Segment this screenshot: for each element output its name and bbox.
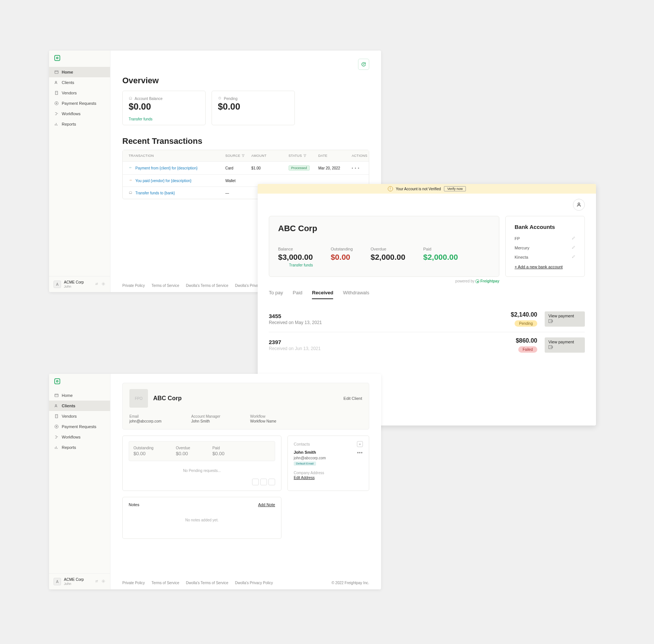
sidebar-item-workflows[interactable]: Workflows [49,432,110,442]
home-icon [54,393,59,398]
sidebar-item-home[interactable]: Home [49,67,110,77]
footer-terms[interactable]: Terms of Service [152,284,179,288]
balance-label: Account Balance [135,97,162,101]
edit-bank-icon[interactable] [571,255,576,259]
edit-client-link[interactable]: Edit Client [344,396,362,401]
tab-received[interactable]: Received [312,290,333,299]
footer-dwolla-privacy[interactable]: Dwolla's Privacy Policy [235,581,273,585]
users-icon [54,404,59,408]
footer-dwolla-terms[interactable]: Dwolla's Terms of Service [186,284,228,288]
pager-next[interactable] [268,479,275,485]
verify-banner: ! Your Account is not Verified Verify no… [258,184,596,194]
tab-withdrawals[interactable]: Withdrawals [343,290,369,299]
home-icon [54,70,59,74]
client-detail-panel: Home Clients Vendors Payment Requests Wo… [49,374,381,589]
user-icon [576,202,582,208]
sidebar-item-label: Reports [62,122,76,126]
sidebar-item-label: Vendors [62,91,77,95]
pager-page[interactable] [260,479,267,485]
col-source[interactable]: SOURCE [225,154,251,158]
transaction-link[interactable]: Transfer funds to {bank} [129,191,225,195]
client-manager: John Smith [191,419,220,423]
edit-bank-icon[interactable] [571,236,576,241]
bar-chart-icon [54,445,59,450]
verify-button[interactable]: Verify now [444,186,466,191]
svg-point-1 [55,81,57,83]
status-pill-pending: Pending [515,320,537,327]
logo-icon [54,378,60,384]
add-note-link[interactable]: Add Note [258,502,275,507]
client-logo: FPO [129,389,148,408]
add-bank-account-link[interactable]: + Add a new bank account [515,265,576,269]
logo-icon [54,55,60,61]
transaction-link[interactable]: Payment from {client} for {description} [129,166,225,170]
open-icon [548,345,581,350]
tab-paid[interactable]: Paid [293,290,302,299]
view-payment-button[interactable]: View payment [545,337,585,353]
add-contact-button[interactable]: + [357,441,363,447]
gear-icon[interactable] [101,282,106,287]
transaction-link[interactable]: You paid {vendor} for {description} [129,178,225,183]
user-menu-button[interactable] [573,199,585,211]
payment-item: 3455 Received on May 13, 2021 $2,140.00 … [269,306,585,332]
col-transaction: TRANSACTION [129,154,225,158]
portal-body: ABC Corp Balance $3,000.00 Transfer fund… [258,194,596,358]
sidebar-item-vendors[interactable]: Vendors [49,411,110,421]
sidebar-item-reports[interactable]: Reports [49,442,110,453]
bank-icon [129,96,132,101]
footer-private-policy[interactable]: Private Policy [122,581,145,585]
footer-dwolla-terms[interactable]: Dwolla's Terms of Service [186,581,228,585]
sidebar-item-label: Payment Requests [62,101,96,106]
sidebar-item-clients[interactable]: Clients [49,401,110,411]
view-payment-button[interactable]: View payment [545,311,585,327]
sidebar-nav: Home Clients Vendors Payment Requests Wo… [49,67,110,129]
overview-title: Overview [122,76,369,85]
pager-prev[interactable] [252,479,259,485]
app-logo [49,374,110,390]
sidebar-item-home[interactable]: Home [49,390,110,401]
payment-meta: Received on Jun 13, 2021 [269,346,516,351]
stat-outstanding: Outstanding $0.00 [331,247,352,267]
switch-icon[interactable] [94,579,99,584]
footer-private-policy[interactable]: Private Policy [122,284,145,288]
sidebar-footer: A ACME Corp John [49,276,110,292]
footer-terms[interactable]: Terms of Service [152,581,179,585]
logo-icon [476,279,479,283]
row-actions-menu[interactable]: • • • [352,166,378,170]
sidebar-item-workflows[interactable]: Workflows [49,109,110,119]
transfer-funds-link[interactable]: Transfer funds [278,263,313,267]
sidebar-item-reports[interactable]: Reports [49,119,110,129]
svg-point-7 [578,203,580,205]
sidebar-item-clients[interactable]: Clients [49,77,110,88]
sidebar-item-payment-requests[interactable]: Payment Requests [49,421,110,432]
status-pill-failed: Failed [518,346,537,353]
bank-accounts-title: Bank Accounts [515,224,576,230]
stat-balance: Balance $3,000.00 Transfer funds [278,247,313,267]
switch-icon[interactable] [94,282,99,287]
edit-address-link[interactable]: Edit Address [294,476,363,480]
transfer-funds-link[interactable]: Transfer funds [129,117,199,121]
sidebar: Home Clients Vendors Payment Requests Wo… [49,51,110,292]
payments-tabs: To pay Paid Received Withdrawals [269,290,585,300]
open-icon [548,319,581,324]
building-icon [54,91,59,95]
gear-icon[interactable] [101,579,106,584]
payment-item: 2397 Received on Jun 13, 2021 $860.00 Fa… [269,332,585,358]
sidebar-item-payment-requests[interactable]: Payment Requests [49,98,110,109]
sidebar-item-vendors[interactable]: Vendors [49,88,110,98]
col-status[interactable]: STATUS [289,154,318,158]
refresh-button[interactable]: $ [358,59,369,70]
balance-value: $0.00 [129,101,199,112]
tab-to-pay[interactable]: To pay [269,290,283,299]
cell-date: Mar 20, 2022 [318,166,352,170]
default-email-pill: Default Email [294,462,316,466]
payment-amount: $860.00 [516,337,537,344]
contact-name: John Smith [294,450,316,455]
table-row: Payment from {client} for {description} … [123,162,369,175]
svg-rect-0 [55,71,58,74]
edit-bank-icon[interactable] [571,245,576,250]
contact-actions-menu[interactable]: ••• [357,450,363,455]
svg-rect-12 [55,415,58,418]
company-name: ACME Corp [64,280,84,285]
filter-icon [242,154,245,157]
